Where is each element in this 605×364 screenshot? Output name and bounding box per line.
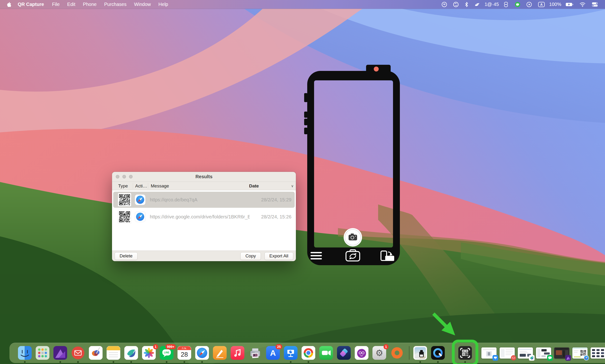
menu-bar: QR Capture File Edit Phone Purchases Win… <box>0 0 605 9</box>
dock-mail-icon[interactable] <box>71 346 85 360</box>
dock-window-thumbnail-mail[interactable] <box>500 348 515 359</box>
line-status-icon[interactable] <box>513 2 522 7</box>
dock-launchpad-icon[interactable] <box>36 346 49 360</box>
running-indicator <box>60 361 61 363</box>
dock-line-icon[interactable]: 999+ LINE <box>160 346 173 360</box>
dock-facetime-icon[interactable] <box>319 346 333 360</box>
dock-safari-icon[interactable] <box>195 346 209 360</box>
sort-chevron-icon[interactable]: ∨ <box>289 184 296 188</box>
dock-origin-icon[interactable] <box>390 346 404 360</box>
dock-pixelmator-icon[interactable] <box>89 346 103 360</box>
column-divider[interactable] <box>148 183 148 189</box>
dock-photo-stack-icon[interactable] <box>413 346 427 360</box>
dock-system-settings-icon[interactable]: 1 ⚙ <box>373 346 386 360</box>
battery-icon[interactable] <box>564 2 575 7</box>
apple-logo-icon <box>7 2 12 7</box>
dock-affinity-photo-icon[interactable] <box>53 346 67 360</box>
dock-documents-icon[interactable] <box>124 346 138 360</box>
qr-code-icon <box>118 193 131 206</box>
bluetooth-icon[interactable] <box>463 2 470 7</box>
control-center-icon[interactable] <box>590 2 600 7</box>
dock-window-thumbnail-screenshots[interactable] <box>591 348 605 359</box>
column-type[interactable]: Type <box>112 183 133 189</box>
column-message[interactable]: Message <box>148 183 249 189</box>
running-indicator <box>130 361 132 363</box>
running-indicator <box>290 361 292 363</box>
dock-photos-icon[interactable]: 1 <box>142 346 156 360</box>
running-indicator <box>166 361 167 363</box>
running-indicator <box>201 361 203 363</box>
running-indicator <box>464 361 466 363</box>
svg-text:28: 28 <box>181 351 188 358</box>
menu-help[interactable]: Help <box>154 2 172 7</box>
svg-text:A: A <box>270 348 276 357</box>
menu-edit[interactable]: Edit <box>63 2 79 7</box>
keyboard-input-icon[interactable]: A <box>536 2 547 7</box>
affinity-badge-icon <box>565 355 571 361</box>
dock-window-thumbnail-chat[interactable] <box>536 348 551 359</box>
line-badge-icon <box>547 355 553 361</box>
menu-bar-status: 1@·45 A 100% <box>440 1 600 8</box>
status-time[interactable]: 1@·45 <box>485 2 499 7</box>
layers-icon[interactable] <box>502 1 511 8</box>
creative-cloud-icon[interactable] <box>440 2 449 7</box>
wifi-icon[interactable] <box>578 2 587 7</box>
dock-qr-capture-icon[interactable] <box>458 346 472 360</box>
table-header: Type Acti… Message Date ∨ <box>112 182 296 190</box>
menu-purchases[interactable]: Purchases <box>101 2 130 7</box>
menu-window[interactable]: Window <box>130 2 154 7</box>
dock-quicktime-icon[interactable] <box>431 346 445 360</box>
shazam-icon[interactable] <box>451 2 460 7</box>
dock-notes-icon[interactable] <box>107 346 120 360</box>
safari-icon[interactable] <box>135 194 146 205</box>
dock-window-thumbnail-affinity[interactable] <box>554 348 569 359</box>
dock-calendar-icon[interactable]: ก.พ. 28 <box>178 346 191 360</box>
menu-phone[interactable]: Phone <box>79 2 101 7</box>
documents-badge-icon <box>529 355 535 361</box>
result-message: https://qrco.de/beq7qA <box>150 197 250 203</box>
dock-window-thumbnail-safari-qr[interactable] <box>572 348 588 359</box>
dock-paint-doodle-icon[interactable] <box>355 346 368 360</box>
safari-badge-icon <box>583 355 589 361</box>
dock-music-icon[interactable] <box>231 346 244 360</box>
export-all-button[interactable]: Export All <box>264 252 293 260</box>
minimize-button[interactable] <box>122 175 126 179</box>
dock-chrome-icon[interactable] <box>302 346 315 360</box>
dock-printer-icon[interactable] <box>248 346 262 360</box>
delete-button[interactable]: Delete <box>115 252 138 260</box>
dock-shortcuts-icon[interactable] <box>337 346 351 360</box>
apple-menu[interactable] <box>5 2 13 7</box>
svg-text:ก.พ.: ก.พ. <box>182 347 187 350</box>
safari-icon[interactable] <box>135 211 146 222</box>
dock-window-thumbnail-keynote[interactable] <box>481 348 497 359</box>
menu-app-name[interactable]: QR Capture <box>13 2 48 7</box>
menu-file[interactable]: File <box>48 2 63 7</box>
running-indicator <box>77 361 79 363</box>
mail-badge-icon <box>511 355 516 361</box>
bird-icon[interactable] <box>473 2 482 7</box>
notification-badge: 999+ <box>166 344 176 349</box>
close-button[interactable] <box>116 175 119 179</box>
copy-button[interactable]: Copy <box>240 252 261 260</box>
dock-finder-icon[interactable] <box>18 346 32 360</box>
zoom-button[interactable] <box>129 175 133 179</box>
svg-text:A: A <box>540 3 543 6</box>
column-date[interactable]: Date <box>249 183 289 189</box>
window-titlebar[interactable]: Results <box>112 172 296 182</box>
play-icon[interactable] <box>525 2 534 7</box>
dock-window-thumbnail-documents[interactable] <box>518 348 533 359</box>
notification-badge: 1 <box>153 344 158 349</box>
line-label: LINE <box>164 351 169 354</box>
window-title: Results <box>195 174 212 179</box>
running-indicator <box>184 361 185 363</box>
dock-pages-icon[interactable] <box>213 346 227 360</box>
traffic-lights <box>116 172 133 182</box>
gear-icon: ⚙ <box>375 348 383 358</box>
table-row[interactable]: https://qrco.de/beq7qA 28/2/24, 15:29 <box>113 192 295 208</box>
keynote-badge-icon <box>492 355 498 361</box>
table-row[interactable]: https://drive.google.com/drive/folders/1… <box>113 209 295 225</box>
dock-app-store-icon[interactable]: 25 A <box>266 346 280 360</box>
dock-keynote-icon[interactable] <box>284 346 297 360</box>
column-divider[interactable] <box>133 183 133 189</box>
column-action[interactable]: Acti… <box>133 183 148 189</box>
